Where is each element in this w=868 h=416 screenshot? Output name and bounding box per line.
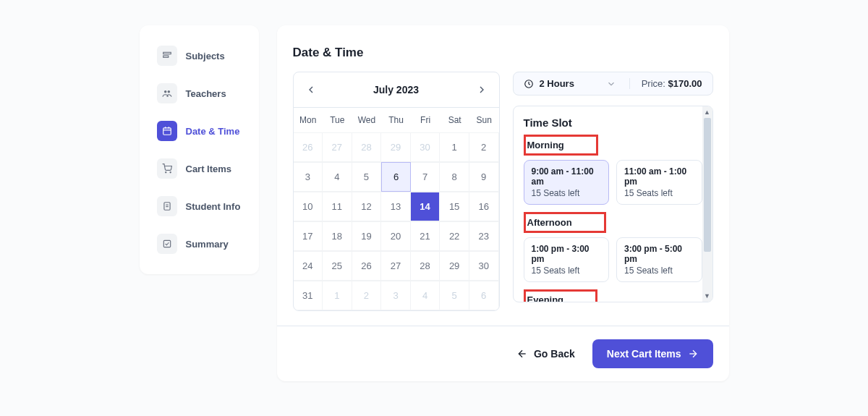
calendar-icon xyxy=(157,121,177,141)
svg-rect-13 xyxy=(163,240,170,247)
sidebar-item-date-time[interactable]: Date & Time xyxy=(151,112,247,150)
cart-icon xyxy=(157,158,177,179)
go-back-label: Go Back xyxy=(534,348,575,360)
sidebar-item-label: Teachers xyxy=(186,88,226,99)
slot-seats: 15 Seats left xyxy=(532,266,602,276)
svg-point-9 xyxy=(170,172,171,173)
calendar-day[interactable]: 28 xyxy=(352,132,382,162)
calendar-day[interactable]: 23 xyxy=(469,221,499,251)
slot-card[interactable]: 1:00 pm - 3:00 pm15 Seats left xyxy=(524,237,610,282)
slot-card[interactable]: 3:00 pm - 5:00 pm15 Seats left xyxy=(616,237,702,282)
sidebar-item-student-info[interactable]: Student Info xyxy=(151,187,247,225)
calendar-day[interactable]: 16 xyxy=(469,192,499,221)
calendar-day[interactable]: 29 xyxy=(381,132,411,162)
slot-time: 3:00 pm - 5:00 pm xyxy=(624,244,694,264)
calendar-day[interactable]: 10 xyxy=(294,192,323,221)
calendar-day[interactable]: 5 xyxy=(352,162,382,192)
calendar-dow: Tue xyxy=(323,108,352,132)
calendar-day[interactable]: 5 xyxy=(440,281,469,310)
calendar-day[interactable]: 27 xyxy=(381,251,411,281)
scrollbar[interactable]: ▲ ▼ xyxy=(702,106,712,302)
calendar-day[interactable]: 31 xyxy=(294,281,323,310)
sidebar-item-cart-items[interactable]: Cart Items xyxy=(151,150,247,187)
slot-card[interactable]: 9:00 am - 11:00 am15 Seats left xyxy=(524,160,610,205)
calendar-day[interactable]: 9 xyxy=(469,162,499,192)
slot-seats: 15 Seats left xyxy=(624,188,694,198)
page-title: Date & Time xyxy=(293,46,713,60)
svg-point-2 xyxy=(163,90,166,93)
calendar-day[interactable]: 30 xyxy=(469,251,499,281)
calendar-day[interactable]: 26 xyxy=(294,132,323,162)
arrow-right-icon xyxy=(687,348,699,360)
svg-point-3 xyxy=(167,90,170,93)
layers-icon xyxy=(157,46,177,66)
calendar-day[interactable]: 26 xyxy=(352,251,382,281)
sidebar-item-summary[interactable]: Summary xyxy=(151,225,247,263)
scroll-down-arrow[interactable]: ▼ xyxy=(702,290,712,302)
go-back-button[interactable]: Go Back xyxy=(516,348,575,360)
clock-icon xyxy=(524,79,534,89)
calendar-day[interactable]: 25 xyxy=(323,251,352,281)
calendar-day[interactable]: 2 xyxy=(469,132,499,162)
calendar-prev-button[interactable] xyxy=(302,81,320,98)
calendar-day[interactable]: 3 xyxy=(294,162,323,192)
doc-icon xyxy=(157,196,177,216)
slot-time: 11:00 am - 1:00 pm xyxy=(624,166,694,187)
calendar-day[interactable]: 17 xyxy=(294,221,323,251)
svg-rect-0 xyxy=(163,52,171,54)
calendar-day[interactable]: 6 xyxy=(381,162,411,192)
sidebar-item-label: Subjects xyxy=(186,51,225,61)
calendar-day[interactable]: 20 xyxy=(381,221,411,251)
calendar-day[interactable]: 6 xyxy=(469,281,499,310)
calendar-dow: Wed xyxy=(352,108,382,132)
sidebar-item-label: Date & Time xyxy=(186,126,240,137)
scrollbar-thumb[interactable] xyxy=(704,118,711,252)
main-panel: Date & Time July 2023 MonTueWedThuFriSat… xyxy=(277,25,729,381)
calendar-dow: Fri xyxy=(411,108,441,132)
calendar-day[interactable]: 24 xyxy=(294,251,323,281)
calendar-day[interactable]: 30 xyxy=(411,132,441,162)
timeslot-title: Time Slot xyxy=(524,116,702,129)
calendar-day[interactable]: 21 xyxy=(411,221,441,251)
slot-section-title: Morning xyxy=(524,135,598,156)
sidebar-item-teachers[interactable]: Teachers xyxy=(151,75,247,112)
calendar-day[interactable]: 4 xyxy=(411,281,441,310)
slot-time: 9:00 am - 11:00 am xyxy=(532,166,602,187)
slot-time: 1:00 pm - 3:00 pm xyxy=(532,244,602,264)
chevron-down-icon xyxy=(606,79,616,89)
timeslot-panel: Time Slot Morning9:00 am - 11:00 am15 Se… xyxy=(513,106,713,302)
calendar-day[interactable]: 15 xyxy=(440,192,469,221)
duration-selector[interactable]: 2 Hours Price: $170.00 xyxy=(513,72,713,95)
calendar-day[interactable]: 28 xyxy=(411,251,441,281)
calendar-day[interactable]: 19 xyxy=(352,221,382,251)
calendar-day[interactable]: 18 xyxy=(323,221,352,251)
sidebar: Subjects Teachers Date & Time Cart Items… xyxy=(140,25,259,274)
calendar-day[interactable]: 8 xyxy=(440,162,469,192)
calendar-day[interactable]: 12 xyxy=(352,192,382,221)
calendar-day[interactable]: 7 xyxy=(411,162,441,192)
svg-point-8 xyxy=(165,172,166,173)
scroll-up-arrow[interactable]: ▲ xyxy=(702,106,712,118)
calendar-dow: Thu xyxy=(381,108,411,132)
calendar-day[interactable]: 22 xyxy=(440,221,469,251)
calendar-day[interactable]: 27 xyxy=(323,132,352,162)
slot-section-title: Afternoon xyxy=(524,212,606,233)
calendar-next-button[interactable] xyxy=(473,81,490,98)
calendar-day[interactable]: 2 xyxy=(352,281,382,310)
calendar-day[interactable]: 1 xyxy=(440,132,469,162)
calendar-day[interactable]: 3 xyxy=(381,281,411,310)
users-icon xyxy=(157,83,177,103)
calendar-day[interactable]: 11 xyxy=(323,192,352,221)
next-button-label: Next Cart Items xyxy=(607,348,681,360)
calendar-day[interactable]: 1 xyxy=(323,281,352,310)
calendar-day[interactable]: 14 xyxy=(411,192,441,221)
calendar-dow: Sun xyxy=(469,108,499,132)
calendar-day[interactable]: 4 xyxy=(323,162,352,192)
sidebar-item-subjects[interactable]: Subjects xyxy=(151,37,247,75)
calendar-day[interactable]: 13 xyxy=(381,192,411,221)
next-button[interactable]: Next Cart Items xyxy=(592,339,713,368)
svg-rect-4 xyxy=(163,128,171,135)
slot-card[interactable]: 11:00 am - 1:00 pm15 Seats left xyxy=(616,160,702,205)
slot-section-title: Evening xyxy=(524,289,598,302)
calendar-day[interactable]: 29 xyxy=(440,251,469,281)
